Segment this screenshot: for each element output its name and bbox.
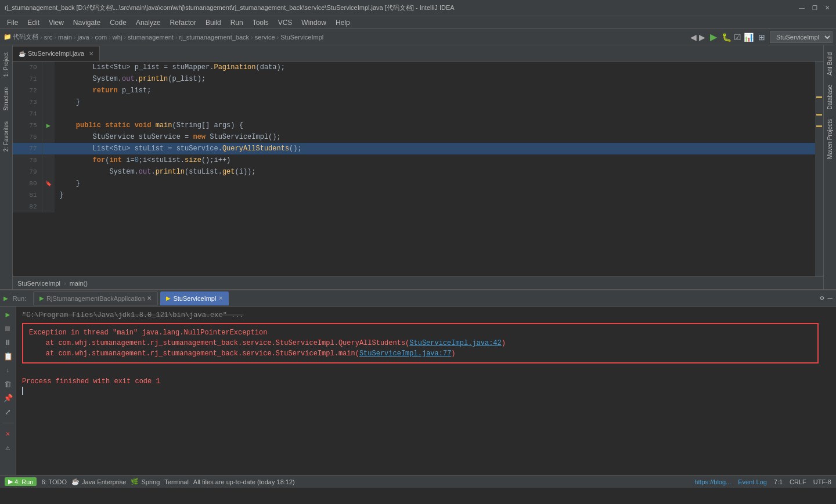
- menu-edit[interactable]: Edit: [23, 17, 44, 28]
- menu-analyze[interactable]: Analyze: [131, 17, 165, 28]
- output-link-1[interactable]: StuServiceImpl.java:42: [409, 339, 501, 347]
- run-settings-icon[interactable]: ⚙: [820, 294, 824, 303]
- status-position: 7:1: [774, 478, 783, 485]
- run-tab-close-2[interactable]: ✕: [218, 295, 223, 301]
- menu-file[interactable]: File: [2, 17, 23, 28]
- code-content-77: List<Stu> stuList = stuService.QueryAllS…: [55, 143, 815, 154]
- profile-icon[interactable]: 📊: [744, 33, 754, 42]
- bottom-panel: ▶ Run: ▶ RjStumanagementBackApplication …: [0, 289, 836, 475]
- output-exit-code: Process finished with exit code 1: [22, 376, 830, 387]
- breadcrumb-rj[interactable]: rj_stumanagement_back: [179, 34, 249, 41]
- cursor: [22, 387, 23, 395]
- breadcrumb-whj[interactable]: whj: [113, 34, 122, 41]
- gutter-73: [42, 96, 55, 108]
- editor-class-breadcrumb[interactable]: StuServiceImpl: [17, 280, 60, 287]
- run-minimize-icon[interactable]: —: [828, 294, 833, 303]
- coverage-icon[interactable]: ☑: [734, 33, 741, 42]
- breadcrumb-com[interactable]: com: [95, 34, 107, 41]
- event-log-link[interactable]: Event Log: [738, 478, 767, 485]
- run-restore-button[interactable]: ⤢: [2, 406, 14, 418]
- file-tab-stuserviceimpl[interactable]: ☕ StuServiceImpl.java ✕: [13, 46, 100, 61]
- run-tab-rjstumanagement[interactable]: ▶ RjStumanagementBackApplication ✕: [33, 291, 158, 305]
- class-selector[interactable]: StuServiceImpl: [770, 31, 833, 43]
- code-line-70: 70 List<Stu> p_list = stuMapper.Paginati…: [13, 62, 815, 73]
- code-editor[interactable]: 70 List<Stu> p_list = stuMapper.Paginati…: [13, 62, 823, 276]
- run-tabs-bar: ▶ Run: ▶ RjStumanagementBackApplication …: [0, 290, 836, 307]
- menu-run[interactable]: Run: [226, 17, 248, 28]
- menu-window[interactable]: Window: [297, 17, 331, 28]
- run-content[interactable]: "C:\Program Files\Java\jdk1.8.0_121\bin\…: [16, 307, 836, 475]
- menu-view[interactable]: View: [44, 17, 69, 28]
- code-content-73: }: [55, 96, 815, 108]
- breadcrumb-java[interactable]: java: [78, 34, 89, 41]
- gutter-78: [42, 154, 55, 166]
- menu-tools[interactable]: Tools: [248, 17, 273, 28]
- breadcrumb-stumanagement[interactable]: stumanagement: [128, 34, 174, 41]
- menu-navigate[interactable]: Navigate: [69, 17, 105, 28]
- file-tabs: ☕ StuServiceImpl.java ✕: [13, 45, 823, 62]
- code-line-80: 80 🔖 }: [13, 178, 815, 189]
- run-gutter-icon[interactable]: ▶: [46, 122, 51, 130]
- menu-refactor[interactable]: Refactor: [165, 17, 201, 28]
- run-stop-button[interactable]: ⏹: [2, 323, 14, 334]
- minimize-button[interactable]: —: [798, 4, 806, 12]
- status-todo[interactable]: 6: TODO: [41, 478, 67, 485]
- status-terminal[interactable]: Terminal: [164, 478, 189, 485]
- code-table: 70 List<Stu> p_list = stuMapper.Paginati…: [13, 62, 815, 213]
- run-scroll-end-button[interactable]: ↓: [2, 365, 14, 376]
- breadcrumb-main[interactable]: main: [58, 34, 72, 41]
- code-line-79: 79 System.out.println(stuList.get(i));: [13, 166, 815, 178]
- code-content-75: public static void main(String[] args) {: [55, 120, 815, 131]
- menu-vcs[interactable]: VCS: [273, 17, 297, 28]
- sidebar-tab-project[interactable]: 1: Project: [1, 48, 11, 81]
- run-debug-icon[interactable]: 🐛: [722, 33, 732, 42]
- editor-method-breadcrumb[interactable]: main(): [70, 280, 88, 287]
- line-number: 71: [13, 73, 42, 85]
- line-number: 80: [13, 178, 42, 189]
- status-encoding[interactable]: UTF-8: [813, 478, 831, 485]
- menu-code[interactable]: Code: [105, 17, 131, 28]
- gutter-75[interactable]: ▶: [42, 120, 55, 131]
- run-rerun-button[interactable]: ▶: [2, 309, 14, 321]
- run-tab-icon-2: ▶: [166, 295, 171, 301]
- close-button[interactable]: ✕: [823, 4, 831, 12]
- sidebar-tab-database[interactable]: Database: [825, 80, 835, 114]
- gutter-82: [42, 201, 55, 213]
- menu-build[interactable]: Build: [201, 17, 226, 28]
- run-tab-stuserviceimpl[interactable]: ▶ StuServiceImpl ✕: [160, 291, 229, 305]
- breadcrumb-daimaziliao[interactable]: 📁 代码文档: [3, 33, 38, 41]
- scroll-marker-3: [816, 125, 822, 127]
- line-number: 77: [13, 143, 42, 154]
- run-tab-close-1[interactable]: ✕: [147, 295, 152, 301]
- sidebar-tab-structure[interactable]: Structure: [1, 82, 11, 116]
- run-clear-button[interactable]: 🗑: [2, 379, 14, 390]
- output-link-2[interactable]: StuServiceImpl.java:77: [359, 350, 451, 358]
- status-java-enterprise[interactable]: ☕ Java Enterprise: [71, 478, 126, 485]
- status-line-ending[interactable]: CRLF: [790, 478, 806, 485]
- run-config-icon[interactable]: ▶: [710, 31, 717, 42]
- output-at-line-2: at com.whj.stumanagement.rj_stumanagemen…: [29, 348, 812, 359]
- maximize-button[interactable]: ❐: [810, 4, 819, 12]
- output-blank-line: [22, 366, 830, 376]
- breadcrumb-service[interactable]: service: [255, 34, 275, 41]
- run-label-status: 4: Run: [15, 478, 33, 485]
- run-pin-button[interactable]: 📌: [2, 393, 14, 404]
- nav-right-icon[interactable]: ▶: [699, 33, 705, 42]
- run-pause-button[interactable]: ⏸: [2, 337, 14, 348]
- menu-help[interactable]: Help: [331, 17, 355, 28]
- breadcrumb-stuserviceimpl[interactable]: StuServiceImpl: [280, 34, 323, 41]
- run-log-button[interactable]: 📋: [2, 351, 14, 362]
- line-number: 82: [13, 201, 42, 213]
- sidebar-tab-ant[interactable]: Ant Build: [825, 48, 835, 80]
- status-run-btn[interactable]: ▶ 4: Run: [5, 477, 37, 486]
- code-content-72: return p_list;: [55, 85, 815, 96]
- layout-icon[interactable]: ⊞: [758, 33, 765, 42]
- status-spring[interactable]: 🌿 Spring: [131, 478, 160, 485]
- sidebar-tab-maven[interactable]: Maven Projects: [825, 114, 835, 164]
- scroll-track[interactable]: [815, 62, 823, 276]
- sidebar-tab-favorites[interactable]: 2: Favorites: [1, 117, 11, 156]
- nav-left-icon[interactable]: ◀: [690, 33, 697, 42]
- status-right: https://blog... Event Log 7:1 CRLF UTF-8: [694, 478, 831, 485]
- file-tab-close[interactable]: ✕: [89, 51, 93, 57]
- breadcrumb-src[interactable]: src: [44, 34, 53, 41]
